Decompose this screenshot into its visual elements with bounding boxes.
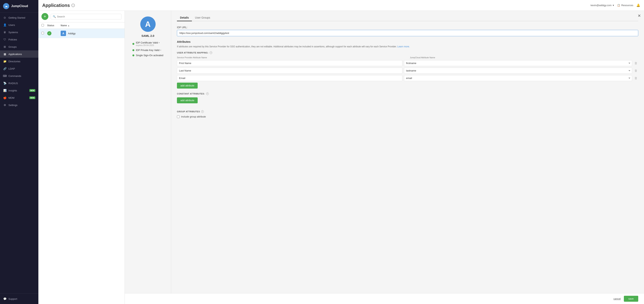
sidebar-label-getting-started: Getting Started [8, 16, 35, 19]
directories-icon: 📁 [3, 60, 6, 63]
user-attribute-mapping-label: USER ATTRIBUTE MAPPING: ? [177, 51, 638, 54]
add-constant-attribute-button[interactable]: add attribute [177, 97, 198, 103]
jc-attr-firstname[interactable]: firstname lastname email [404, 60, 632, 66]
include-group-checkbox[interactable] [177, 115, 180, 118]
sp-attr-email[interactable] [177, 75, 402, 81]
certificate-sublabel: expires 09-04-2025 [136, 44, 160, 46]
resources-button[interactable]: 📋 Resources [617, 4, 633, 7]
delete-mapping-firstname[interactable]: 🗑 [634, 61, 638, 66]
sidebar-item-mdm[interactable]: 🍎 MDM NEW [0, 94, 38, 101]
sidebar-item-radius[interactable]: 📡 RADIUS [0, 79, 38, 87]
notifications-icon[interactable]: 🔔 [636, 3, 640, 7]
jc-attr-lastname[interactable]: lastname firstname email [404, 68, 632, 74]
page-title: Applications [42, 3, 70, 8]
name-sort-arrow: ▲ [68, 24, 70, 27]
user-mapping-help-icon[interactable]: ? [210, 51, 212, 54]
certificate-chevron: ▾ [159, 42, 160, 44]
user-email: kevin@addigy.com [591, 4, 612, 7]
mdm-icon: 🍎 [3, 96, 6, 99]
app-row-checkbox[interactable] [42, 32, 44, 34]
app-list-row[interactable]: ✓ A Addigy [38, 29, 124, 38]
sidebar-label-policies: Policies [8, 38, 35, 41]
save-button[interactable]: save [624, 296, 638, 302]
app-status-icon: ✓ [47, 31, 52, 35]
resources-label: Resources [621, 4, 633, 7]
sidebar: ☁ JumpCloud ⊙ Getting Started 👤 Users 🖥 … [0, 0, 38, 304]
sidebar-item-policies[interactable]: 🛡 Policies [0, 36, 38, 43]
sidebar-item-settings[interactable]: ⚙ Settings [0, 101, 38, 109]
constant-attributes-label: CONSTANT ATTRIBUTES: ? [177, 92, 638, 95]
add-app-button[interactable]: + [42, 13, 48, 20]
sp-attr-lastname[interactable] [177, 68, 402, 74]
info-icon[interactable]: i [72, 4, 75, 7]
constant-attr-help-icon[interactable]: ? [206, 92, 209, 95]
attributes-description: If attributes are required by this Servi… [177, 45, 638, 48]
sidebar-item-directories[interactable]: 📁 Directories [0, 58, 38, 65]
sidebar-label-directories: Directories [8, 60, 35, 63]
include-group-row: include group attribute [177, 115, 638, 118]
sidebar-item-ldap[interactable]: 🔗 LDAP [0, 65, 38, 72]
sidebar-nav: ⊙ Getting Started 👤 Users 🖥 Systems 🛡 Po… [0, 12, 38, 294]
idp-url-label: IDP URL: [177, 26, 638, 29]
close-button[interactable]: ✕ [638, 14, 641, 18]
detail-actions: cancel save [125, 293, 644, 304]
logo-icon: ☁ [3, 3, 9, 9]
mapping-row-firstname: firstname lastname email 🗑 [177, 60, 638, 66]
tab-details[interactable]: Details [177, 14, 192, 21]
app-name: Addigy [68, 32, 76, 35]
sidebar-item-support[interactable]: 💬 Support [0, 295, 38, 303]
jc-column-label: JumpCloud Attribute Name [408, 56, 638, 59]
insights-icon: 📊 [3, 89, 6, 92]
sidebar-item-applications[interactable]: ▦ Applications [0, 50, 38, 58]
learn-more-link[interactable]: Learn more. [398, 45, 410, 48]
ldap-icon: 🔗 [3, 67, 6, 70]
status-item-certificate: IDP Certificate Valid ▾ expires 09-04-20… [132, 41, 163, 46]
tab-user-groups[interactable]: User Groups [192, 14, 213, 21]
sidebar-label-mdm: MDM [8, 96, 28, 99]
detail-wrapper: A SAML 2.0 IDP Certificate Valid ▾ expir… [125, 11, 644, 293]
sidebar-item-systems[interactable]: 🖥 Systems [0, 28, 38, 36]
sidebar-label-settings: Settings [8, 104, 35, 107]
support-icon: 💬 [3, 297, 6, 301]
idp-url-input[interactable] [177, 30, 638, 36]
jc-attr-email[interactable]: email firstname lastname [404, 75, 632, 81]
users-icon: 👤 [3, 23, 6, 27]
name-column-header[interactable]: Name ▲ [61, 24, 122, 27]
status-dot-private-key [132, 49, 134, 51]
select-all-checkbox[interactable] [42, 24, 44, 26]
app-icon-large: A [140, 16, 156, 32]
sidebar-label-applications: Applications [8, 53, 35, 56]
policies-icon: 🛡 [3, 38, 6, 41]
group-attr-help-icon[interactable]: ? [201, 110, 204, 113]
status-column-header: Status [47, 24, 61, 27]
sidebar-item-groups[interactable]: ⊞ Groups [0, 43, 38, 50]
page-title-area: Applications i [42, 3, 75, 8]
app-type-label: SAML 2.0 [142, 34, 154, 37]
commands-icon: ⌨ [3, 74, 6, 78]
app-table-header: Status Name ▲ [38, 22, 124, 29]
delete-mapping-lastname[interactable]: 🗑 [634, 68, 638, 73]
cancel-button[interactable]: cancel [614, 297, 621, 300]
private-key-label[interactable]: IDP Private Key Valid ▾ [136, 49, 161, 51]
search-input[interactable] [57, 15, 119, 18]
sidebar-item-commands[interactable]: ⌨ Commands [0, 72, 38, 79]
status-text-private-key: IDP Private Key Valid ▾ [136, 49, 161, 51]
status-text-certificate: IDP Certificate Valid ▾ expires 09-04-20… [136, 41, 160, 46]
sidebar-item-insights[interactable]: 📊 Insights NEW [0, 87, 38, 94]
settings-icon: ⚙ [3, 103, 6, 107]
app-avatar: A [61, 31, 66, 36]
sidebar-label-users: Users [8, 23, 35, 26]
idp-url-field-group: IDP URL: [177, 26, 638, 36]
sidebar-item-getting-started[interactable]: ⊙ Getting Started [0, 14, 38, 21]
status-item-private-key: IDP Private Key Valid ▾ [132, 49, 163, 51]
apps-area: + 🔍 Status Name ▲ ✓ [38, 11, 644, 304]
resources-icon: 📋 [617, 4, 620, 7]
mdm-badge: NEW [29, 96, 35, 99]
delete-mapping-email[interactable]: 🗑 [634, 76, 638, 81]
sidebar-item-users[interactable]: 👤 Users [0, 21, 38, 28]
add-user-attribute-button[interactable]: add attribute [177, 83, 198, 89]
certificate-label[interactable]: IDP Certificate Valid ▾ [136, 41, 160, 44]
sidebar-label-commands: Commands [8, 74, 35, 77]
sp-attr-firstname[interactable] [177, 60, 402, 66]
user-menu[interactable]: kevin@addigy.com ▾ [591, 4, 614, 7]
